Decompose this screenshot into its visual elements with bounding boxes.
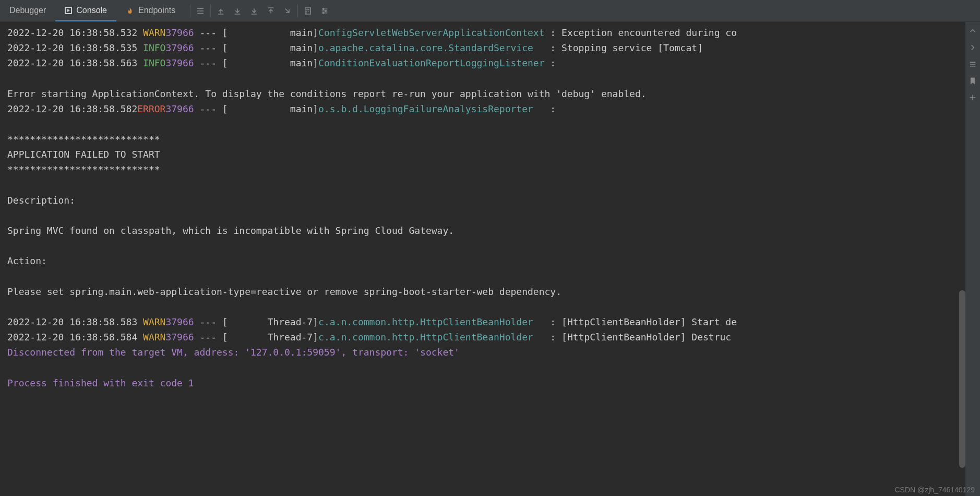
- watermark: CSDN @zjh_746140129: [894, 486, 975, 494]
- log-line: [7, 269, 980, 284]
- log-line: [7, 299, 980, 314]
- log-line: [7, 238, 980, 253]
- log-line: [7, 70, 980, 86]
- scrollbar-track[interactable]: [958, 22, 965, 489]
- log-line: Error starting ApplicationContext. To di…: [7, 86, 980, 101]
- log-line: Description:: [7, 193, 980, 208]
- toolbar-icons: [216, 6, 292, 16]
- chevron-right-icon[interactable]: [968, 43, 977, 52]
- debug-tabs: Debugger Console Endpoints: [0, 0, 185, 21]
- chevron-up-icon[interactable]: [968, 26, 977, 36]
- log-line: 2022-12-20 16:38:58.532 WARN 37966 --- […: [7, 25, 980, 40]
- separator: [210, 5, 211, 17]
- separator: [297, 5, 298, 17]
- disconnect-line: Disconnected from the target VM, address…: [7, 345, 980, 360]
- lines-icon[interactable]: [968, 60, 977, 69]
- tab-label: Endpoints: [138, 6, 175, 15]
- log-line: [7, 178, 980, 193]
- log-line: [7, 208, 980, 223]
- console-output[interactable]: 2022-12-20 16:38:58.532 WARN 37966 --- […: [0, 22, 980, 391]
- log-line: Spring MVC found on classpath, which is …: [7, 223, 980, 238]
- play-icon: [65, 7, 72, 14]
- log-line: ***************************: [7, 162, 980, 177]
- bookmark-icon[interactable]: [968, 76, 977, 86]
- log-line: 2022-12-20 16:38:58.563 INFO 37966 --- […: [7, 55, 980, 70]
- tab-debugger[interactable]: Debugger: [0, 0, 55, 21]
- calculator-icon[interactable]: [303, 6, 313, 16]
- settings-sliders-icon[interactable]: [320, 6, 329, 16]
- hamburger-icon[interactable]: [196, 6, 205, 16]
- log-line: 2022-12-20 16:38:58.584 WARN 37966 --- […: [7, 329, 980, 345]
- toolbar-icons: [303, 6, 329, 16]
- log-line: [7, 116, 980, 132]
- right-gutter: [965, 22, 980, 496]
- log-line: APPLICATION FAILED TO START: [7, 147, 980, 162]
- tab-label: Console: [76, 6, 107, 15]
- log-line: ***************************: [7, 132, 980, 147]
- log-line: Please set spring.main.web-application-t…: [7, 284, 980, 299]
- svg-point-3: [322, 12, 324, 14]
- separator: [190, 5, 190, 17]
- tab-endpoints[interactable]: Endpoints: [116, 0, 185, 21]
- export-up-icon[interactable]: [216, 6, 225, 16]
- tab-label: Debugger: [9, 6, 46, 15]
- download-icon[interactable]: [233, 6, 242, 16]
- svg-point-2: [325, 10, 327, 11]
- diagonal-arrow-icon[interactable]: [283, 6, 292, 16]
- upload-icon[interactable]: [266, 6, 276, 16]
- exit-line: Process finished with exit code 1: [7, 375, 980, 391]
- log-line: 2022-12-20 16:38:58.583 WARN 37966 --- […: [7, 314, 980, 329]
- download-icon[interactable]: [249, 6, 259, 16]
- flame-icon: [126, 6, 134, 15]
- svg-point-1: [322, 8, 324, 9]
- tab-console[interactable]: Console: [55, 0, 116, 21]
- log-line: Action:: [7, 253, 980, 268]
- log-line: 2022-12-20 16:38:58.582 ERROR 37966 --- …: [7, 101, 980, 116]
- plus-icon[interactable]: [968, 93, 977, 102]
- toolbar-icons: [196, 6, 205, 16]
- log-line: [7, 360, 980, 375]
- debug-toolbar: Debugger Console Endpoints: [0, 0, 980, 22]
- scrollbar-thumb[interactable]: [959, 290, 965, 468]
- log-line: 2022-12-20 16:38:58.535 INFO 37966 --- […: [7, 40, 980, 55]
